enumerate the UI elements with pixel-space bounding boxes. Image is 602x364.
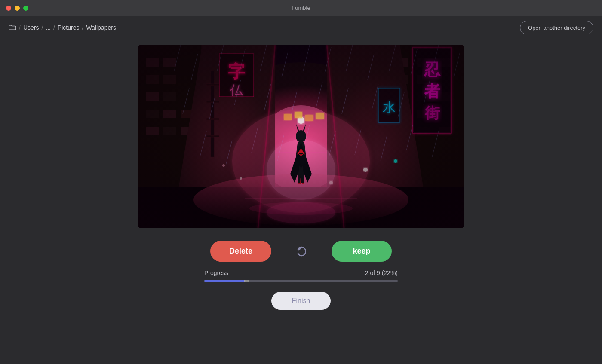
close-button[interactable] xyxy=(6,6,11,11)
main-content: 字 仏 忍 者 街 水 xyxy=(0,39,602,310)
breadcrumb-users: Users xyxy=(23,24,39,31)
image-container: 字 仏 忍 者 街 水 xyxy=(138,45,464,228)
titlebar: Fumble xyxy=(0,0,602,16)
breadcrumb-sep-1: / xyxy=(41,24,43,31)
progress-bar-fill xyxy=(204,280,247,282)
maximize-button[interactable] xyxy=(23,6,28,11)
minimize-button[interactable] xyxy=(15,6,20,11)
breadcrumb-sep-0: / xyxy=(19,24,21,31)
wallpaper-image: 字 仏 忍 者 街 水 xyxy=(138,45,464,228)
delete-button[interactable]: Delete xyxy=(210,241,271,262)
undo-button[interactable] xyxy=(292,242,311,261)
topbar: / Users / ... / Pictures / Wallpapers Op… xyxy=(0,16,602,39)
progress-bar-track xyxy=(204,280,398,282)
breadcrumb-ellipsis: ... xyxy=(46,24,51,31)
action-row: Delete keep xyxy=(210,241,392,262)
progress-header: Progress 2 of 9 (22%) xyxy=(204,269,398,276)
breadcrumb-sep-2: / xyxy=(53,24,55,31)
breadcrumb-wallpapers: Wallpapers xyxy=(86,24,116,31)
breadcrumb-pictures: Pictures xyxy=(58,24,80,31)
breadcrumb: / Users / ... / Pictures / Wallpapers xyxy=(9,24,116,31)
progress-label: Progress xyxy=(204,269,228,276)
svg-rect-130 xyxy=(138,45,464,228)
app-title: Fumble xyxy=(292,5,310,11)
folder-icon xyxy=(9,24,16,31)
breadcrumb-sep-3: / xyxy=(82,24,83,31)
progress-section: Progress 2 of 9 (22%) xyxy=(204,269,398,282)
open-directory-button[interactable]: Open another directory xyxy=(520,21,593,34)
finish-button[interactable]: Finish xyxy=(271,292,331,310)
traffic-lights xyxy=(6,6,28,11)
undo-icon xyxy=(295,245,307,257)
progress-count: 2 of 9 (22%) xyxy=(365,269,398,276)
keep-button[interactable]: keep xyxy=(332,241,392,262)
progress-bar-thumb xyxy=(244,280,249,282)
